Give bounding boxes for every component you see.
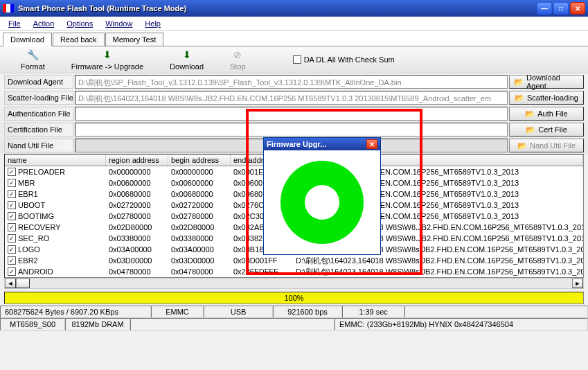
cell-region: 0x00680000 [106, 190, 168, 198]
row-checkbox[interactable]: ✓ [8, 179, 16, 187]
progress-bar: 100% [4, 292, 584, 304]
window-title: Smart Phone Flash Tool (Runtime Trace Mo… [18, 4, 537, 12]
firmware-upgrade-button[interactable]: ⬇ Firmware -> Upgrade [71, 49, 143, 71]
download-agent-button[interactable]: 📂Download Agent [509, 75, 584, 89]
download-agent-label: Download Agent [4, 75, 73, 89]
cell-region: 0x03380000 [106, 234, 168, 243]
status-emmc-info: EMMC: (233Gb+8192Mb) HYNIX 0x48424734650… [335, 318, 588, 331]
row-checkbox[interactable]: ✓ [8, 212, 16, 220]
titlebar: Smart Phone Flash Tool (Runtime Trace Mo… [0, 0, 588, 17]
da-check-container[interactable]: DA DL All With Check Sum [293, 55, 395, 64]
stop-button[interactable]: ⊘ Stop [230, 49, 246, 71]
upgrade-icon: ⬇ [101, 49, 114, 61]
firmware-label: Firmware -> Upgrade [71, 62, 143, 71]
minimize-button[interactable]: — [537, 2, 552, 15]
cell-region: 0x03A00000 [106, 245, 168, 254]
folder-icon: 📂 [517, 141, 527, 150]
menu-action[interactable]: Action [28, 18, 60, 29]
scroll-right-button[interactable]: ► [572, 279, 583, 288]
cert-input[interactable] [75, 123, 508, 136]
download-button[interactable]: ⬇ Download [170, 49, 204, 71]
horizontal-scrollbar[interactable]: ◄ ► [4, 278, 584, 289]
format-label: Format [21, 62, 45, 71]
tab-download[interactable]: Download [3, 33, 52, 46]
menu-help[interactable]: Help [139, 18, 166, 29]
scatter-label: Scatter-loading File [4, 91, 73, 105]
menu-window[interactable]: Window [100, 18, 138, 29]
menu-file[interactable]: File [3, 18, 26, 29]
progress-text: 100% [284, 294, 303, 302]
tab-readback[interactable]: Read back [53, 33, 105, 46]
cell-region: 0x03D00000 [106, 256, 168, 265]
dialog-body [264, 150, 380, 254]
stop-icon: ⊘ [231, 49, 244, 61]
status-bytes: 608275624 Bytes / 6907.20 KBps [0, 306, 151, 318]
cell-begin: 0x00600000 [168, 179, 231, 187]
status-emmc: EMMC [151, 306, 204, 318]
row-checkbox[interactable]: ✓ [8, 256, 16, 265]
auth-input[interactable] [75, 107, 508, 121]
tab-memtest[interactable]: Memory Test [105, 33, 164, 46]
cell-region: 0x02780000 [106, 212, 168, 220]
cell-begin: 0x03A00000 [168, 245, 231, 254]
download-label: Download [170, 62, 204, 71]
dialog-close-button[interactable]: ✕ [366, 139, 377, 149]
table-row[interactable]: ✓EBR20x03D000000x03D000000x03D001FFD:\刷机… [5, 255, 583, 266]
menubar: File Action Options Window Help [0, 17, 588, 30]
row-checkbox[interactable]: ✓ [8, 234, 16, 243]
cell-name: RECOVERY [18, 223, 61, 231]
cell-location: D:\刷机包\164023,164018 W8S\W8s.JB2.FHD.EN.… [293, 267, 583, 277]
row-checkbox[interactable]: ✓ [8, 190, 16, 198]
row-checkbox[interactable]: ✓ [8, 267, 16, 276]
cell-begin: 0x04780000 [168, 267, 231, 276]
app-icon [3, 4, 14, 12]
cell-name: BOOTIMG [18, 212, 54, 220]
window-controls: — □ ✕ [537, 2, 585, 15]
auth-button[interactable]: 📂Auth File [509, 107, 584, 121]
cert-button[interactable]: 📂Cert File [509, 123, 584, 136]
row-checkbox[interactable]: ✓ [8, 201, 16, 209]
cell-begin: 0x02720000 [168, 201, 231, 209]
th-begin[interactable]: begin address [168, 155, 231, 166]
format-button[interactable]: 🔧 Format [21, 49, 45, 71]
scatter-input[interactable]: D:\刷机包\164023,164018 W8S\W8s.JB2.FHD.EN.… [75, 91, 508, 105]
auth-label: Authentication File [4, 107, 73, 121]
dialog-titlebar[interactable]: Firmware Upgr... ✕ [264, 138, 380, 150]
cell-begin: 0x03D00000 [168, 256, 231, 265]
row-checkbox[interactable]: ✓ [8, 223, 16, 231]
row-checkbox[interactable]: ✓ [8, 245, 16, 254]
table-row[interactable]: ✓ANDROID0x047800000x047800000x236FDFFFD:… [5, 266, 583, 277]
row-checkbox[interactable]: ✓ [8, 168, 16, 176]
download-icon: ⬇ [181, 49, 193, 61]
download-agent-input[interactable]: D:\刷机包\SP_Flash_Tool_v3.1312.0.139\SP_Fl… [75, 75, 508, 89]
maximize-button[interactable]: □ [553, 2, 569, 15]
toolbar: 🔧 Format ⬇ Firmware -> Upgrade ⬇ Downloa… [0, 46, 588, 73]
nand-button: 📂Nand Util File [509, 139, 584, 152]
th-region[interactable]: region address [106, 155, 168, 166]
menu-options[interactable]: Options [61, 18, 98, 29]
cell-name: EBR1 [18, 190, 38, 198]
cell-begin: 0x02D80000 [168, 223, 231, 231]
cell-begin: 0x02780000 [168, 212, 231, 220]
status-chip: MT6589_S00 [0, 318, 65, 331]
success-ring-icon [280, 161, 364, 244]
status-bar-2: MT6589_S00 8192Mb DRAM EMMC: (233Gb+8192… [0, 318, 588, 331]
da-checkbox[interactable] [293, 55, 301, 64]
cell-end: 0x03D001FF [231, 256, 293, 265]
folder-icon: 📂 [525, 109, 535, 118]
da-check-label: DA DL All With Check Sum [304, 55, 395, 64]
folder-icon: 📂 [514, 78, 524, 87]
th-name[interactable]: name [5, 155, 106, 166]
status-bps: 921600 bps [273, 306, 342, 318]
cell-region: 0x02D80000 [106, 223, 168, 231]
cell-begin: 0x00000000 [168, 168, 231, 176]
folder-icon: 📂 [526, 125, 535, 134]
cell-name: SEC_RO [18, 234, 49, 243]
close-button[interactable]: ✕ [570, 2, 585, 15]
status-spacer2 [130, 318, 335, 331]
status-bar-1: 608275624 Bytes / 6907.20 KBps EMMC USB … [0, 306, 588, 318]
scroll-thumb[interactable] [16, 279, 30, 288]
scatter-button[interactable]: 📂Scatter-loading [509, 91, 584, 105]
scroll-left-button[interactable]: ◄ [5, 279, 16, 288]
cell-name: EBR2 [18, 256, 38, 265]
